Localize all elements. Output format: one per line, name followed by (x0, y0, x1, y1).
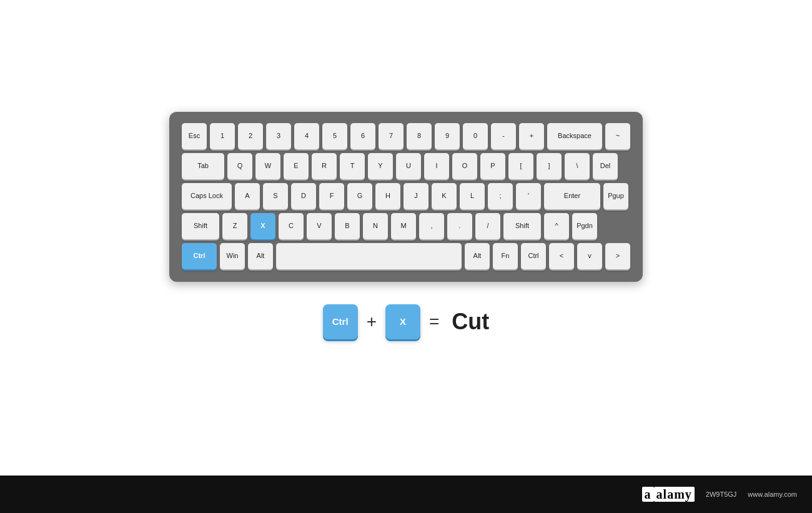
key-8[interactable]: 8 (407, 123, 432, 149)
key-plus[interactable]: + (519, 123, 544, 149)
key-v[interactable]: V (307, 213, 332, 239)
key-row-1: Esc 1 2 3 4 5 6 7 8 9 0 - + Backspace ~ (182, 123, 630, 149)
key-comma[interactable]: , (419, 213, 444, 239)
key-del[interactable]: Del (593, 153, 618, 179)
key-b[interactable]: B (335, 213, 360, 239)
key-p[interactable]: P (480, 153, 505, 179)
key-h[interactable]: H (375, 183, 400, 209)
footer: aalamy 2W9T5GJ www.alamy.com (0, 476, 812, 513)
key-space[interactable] (276, 243, 462, 269)
key-ctrl-left[interactable]: Ctrl (182, 243, 217, 269)
shortcut-ctrl-key: Ctrl (323, 304, 358, 339)
key-g[interactable]: G (347, 183, 372, 209)
key-x[interactable]: X (250, 213, 275, 239)
key-r[interactable]: R (312, 153, 337, 179)
key-enter[interactable]: Enter (544, 183, 600, 209)
key-row-3: Caps Lock A S D F G H J K L ; ' Enter Pg… (182, 183, 630, 209)
shortcut-x-label: X (400, 316, 406, 327)
key-k[interactable]: K (432, 183, 457, 209)
key-left[interactable]: < (549, 243, 574, 269)
key-a[interactable]: A (235, 183, 260, 209)
key-shift-right[interactable]: Shift (503, 213, 541, 239)
key-tab[interactable]: Tab (182, 153, 224, 179)
key-3[interactable]: 3 (266, 123, 291, 149)
key-backslash[interactable]: \ (565, 153, 590, 179)
key-5[interactable]: 5 (322, 123, 347, 149)
key-capslock[interactable]: Caps Lock (182, 183, 232, 209)
key-l[interactable]: L (460, 183, 485, 209)
key-ctrl-right[interactable]: Ctrl (521, 243, 546, 269)
key-e[interactable]: E (284, 153, 309, 179)
key-1[interactable]: 1 (210, 123, 235, 149)
key-d[interactable]: D (291, 183, 316, 209)
key-tilde[interactable]: ~ (605, 123, 630, 149)
key-minus[interactable]: - (491, 123, 516, 149)
key-lbracket[interactable]: [ (508, 153, 533, 179)
shortcut-plus-sign: + (367, 312, 377, 332)
key-w[interactable]: W (255, 153, 280, 179)
key-0[interactable]: 0 (463, 123, 488, 149)
key-m[interactable]: M (391, 213, 416, 239)
key-u[interactable]: U (396, 153, 421, 179)
image-id: 2W9T5GJ (706, 491, 737, 498)
alamy-logo: aalamy (642, 486, 695, 502)
shortcut-ctrl-label: Ctrl (332, 316, 349, 327)
shortcut-equals-sign: = (429, 312, 439, 332)
key-right[interactable]: > (605, 243, 630, 269)
key-n[interactable]: N (363, 213, 388, 239)
site-url: www.alamy.com (748, 491, 797, 498)
key-row-5: Ctrl Win Alt Alt Fn Ctrl < v > (182, 243, 630, 269)
key-c[interactable]: C (279, 213, 304, 239)
shortcut-display: Ctrl + X = Cut (323, 304, 490, 339)
key-esc[interactable]: Esc (182, 123, 207, 149)
key-z[interactable]: Z (222, 213, 247, 239)
keyboard: Esc 1 2 3 4 5 6 7 8 9 0 - + Backspace ~ … (169, 112, 643, 282)
key-win[interactable]: Win (220, 243, 245, 269)
key-alt-left[interactable]: Alt (248, 243, 273, 269)
key-s[interactable]: S (263, 183, 288, 209)
shortcut-action-label: Cut (452, 309, 489, 335)
key-up[interactable]: ^ (544, 213, 569, 239)
key-alt-right[interactable]: Alt (465, 243, 490, 269)
key-quote[interactable]: ' (516, 183, 541, 209)
key-2[interactable]: 2 (238, 123, 263, 149)
key-period[interactable]: . (447, 213, 472, 239)
key-row-4: Shift Z X C V B N M , . / Shift ^ Pgdn (182, 213, 630, 239)
key-pgup[interactable]: Pgup (603, 183, 628, 209)
key-4[interactable]: 4 (294, 123, 319, 149)
shortcut-x-key: X (385, 304, 420, 339)
key-pgdn[interactable]: Pgdn (572, 213, 597, 239)
key-slash[interactable]: / (475, 213, 500, 239)
key-fn[interactable]: Fn (493, 243, 518, 269)
key-shift-left[interactable]: Shift (182, 213, 219, 239)
key-6[interactable]: 6 (350, 123, 375, 149)
alamy-logo-text: alamy (654, 487, 695, 502)
key-q[interactable]: Q (227, 153, 252, 179)
key-9[interactable]: 9 (435, 123, 460, 149)
key-rbracket[interactable]: ] (537, 153, 562, 179)
key-i[interactable]: I (424, 153, 449, 179)
key-semicolon[interactable]: ; (488, 183, 513, 209)
key-j[interactable]: J (404, 183, 428, 209)
key-backspace[interactable]: Backspace (547, 123, 602, 149)
key-7[interactable]: 7 (379, 123, 404, 149)
key-row-2: Tab Q W E R T Y U I O P [ ] \ Del (182, 153, 630, 179)
key-y[interactable]: Y (368, 153, 393, 179)
main-content: Esc 1 2 3 4 5 6 7 8 9 0 - + Backspace ~ … (0, 0, 812, 476)
key-t[interactable]: T (340, 153, 365, 179)
key-f[interactable]: F (319, 183, 344, 209)
key-o[interactable]: O (452, 153, 477, 179)
key-down[interactable]: v (577, 243, 602, 269)
